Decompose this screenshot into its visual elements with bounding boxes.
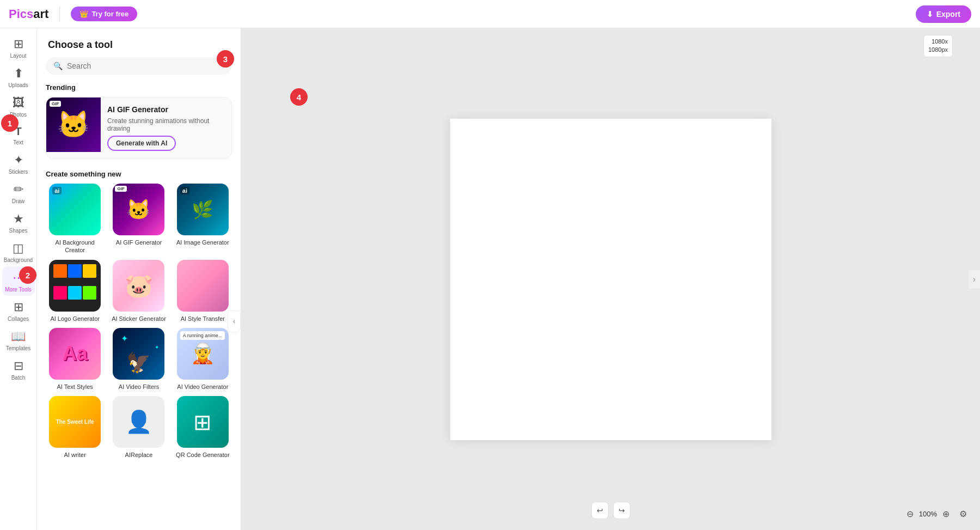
topbar-right: ⬇ Export bbox=[916, 5, 971, 23]
stickers-icon: ✦ bbox=[14, 153, 23, 167]
tool-thumb-ai-writer: The Sweet Life bbox=[49, 396, 101, 448]
writer-text: The Sweet Life bbox=[56, 419, 94, 425]
logo-cell bbox=[68, 286, 82, 300]
trending-card[interactable]: GIF 🐱 AI GIF Generator Create stunning a… bbox=[46, 97, 232, 159]
sidebar-item-uploads[interactable]: ⬆ Uploads bbox=[2, 62, 35, 92]
sparkle-icon2: ✦ bbox=[155, 344, 159, 350]
create-section-title: Create something new bbox=[46, 170, 232, 178]
right-nav-arrow[interactable]: › bbox=[969, 270, 980, 289]
gen-ai-label: Generate with AI bbox=[116, 139, 167, 147]
logo-cell bbox=[83, 286, 96, 300]
tool-ai-video-filter[interactable]: ✦ ✦ 🦅 AI Video Filters bbox=[109, 328, 168, 391]
generate-ai-button[interactable]: Generate with AI bbox=[107, 136, 176, 151]
bird-icon: 🦅 bbox=[126, 351, 151, 374]
tool-ai-logo[interactable]: AI Logo Generator bbox=[46, 260, 104, 322]
style-preview bbox=[177, 260, 229, 312]
sidebar-item-templates[interactable]: 📖 Templates bbox=[2, 325, 35, 355]
tool-thumb-ai-text: Aa bbox=[49, 328, 101, 380]
sidebar-item-label: Collages bbox=[8, 316, 29, 322]
canvas-bottom-bar: ↩ ↪ bbox=[591, 502, 630, 519]
canvas-area: 4 1080x 1080px ↩ ↪ ⊖ 100% ⊕ ⚙ › bbox=[241, 28, 980, 530]
collages-icon: ⊞ bbox=[14, 300, 23, 314]
trending-card-title: AI GIF Generator bbox=[107, 105, 225, 114]
tool-panel-scroll: Trending GIF 🐱 AI GIF Generator Create s… bbox=[37, 83, 241, 530]
sidebar-item-stickers[interactable]: ✦ Stickers bbox=[2, 149, 35, 178]
tool-label-ai-logo: AI Logo Generator bbox=[50, 315, 100, 322]
sidebar-item-shapes[interactable]: ★ Shapes bbox=[2, 208, 35, 237]
sidebar-icons: 1 ⊞ Layout ⬆ Uploads 🖼 Photos T Text ✦ S… bbox=[0, 28, 37, 530]
zoom-bar: ⊖ 100% ⊕ ⚙ bbox=[904, 507, 969, 521]
tool-label-ai-replace: AIReplace bbox=[125, 451, 153, 459]
sidebar-item-layout[interactable]: ⊞ Layout bbox=[2, 33, 35, 62]
step-badge-3: 3 bbox=[217, 50, 234, 68]
sidebar-item-label: More Tools bbox=[5, 287, 32, 293]
sidebar-item-background[interactable]: ◫ Background bbox=[2, 237, 35, 266]
qr-preview: ⊞ bbox=[177, 396, 229, 448]
replace-preview: 👤 bbox=[113, 396, 164, 448]
tool-ai-replace[interactable]: 👤 AIReplace bbox=[109, 396, 168, 459]
canvas-size-label: 1080x 1080px bbox=[923, 35, 953, 57]
shapes-icon: ★ bbox=[13, 212, 24, 226]
tool-label-ai-bg-creator: AI Background Creator bbox=[46, 239, 104, 254]
tool-label-ai-writer: AI writer bbox=[64, 451, 85, 459]
video-filter-preview: ✦ ✦ 🦅 bbox=[113, 328, 164, 380]
search-bar[interactable]: 🔍 bbox=[46, 57, 232, 75]
text-style-display: Aa bbox=[63, 328, 88, 380]
qr-icon: ⊞ bbox=[193, 410, 212, 435]
export-button[interactable]: ⬇ Export bbox=[916, 5, 971, 23]
gif-badge: GIF bbox=[50, 101, 61, 107]
export-label: Export bbox=[936, 10, 960, 19]
person-icon: 👤 bbox=[125, 409, 152, 435]
tool-ai-bg-creator[interactable]: ai AI Background Creator bbox=[46, 184, 104, 254]
topbar-left: Picsart 👑 Try for free bbox=[9, 7, 137, 22]
tool-label-ai-video-gen: AI Video Generator bbox=[177, 383, 228, 391]
trending-section-title: Trending bbox=[46, 83, 232, 92]
tool-qr-code[interactable]: ⊞ QR Code Generator bbox=[174, 396, 232, 459]
tool-ai-gif[interactable]: 🐱 GIF AI GIF Generator bbox=[109, 184, 168, 254]
panel-collapse-arrow[interactable]: ‹ bbox=[228, 310, 241, 332]
tool-thumb-ai-video-filter: ✦ ✦ 🦅 bbox=[113, 328, 164, 380]
zoom-out-button[interactable]: ⊖ bbox=[904, 507, 916, 521]
search-input[interactable] bbox=[67, 62, 224, 70]
tool-thumb-qr-code: ⊞ bbox=[177, 396, 229, 448]
tool-ai-style[interactable]: AI Style Transfer bbox=[174, 260, 232, 322]
logo-grid bbox=[49, 260, 101, 312]
settings-button[interactable]: ⚙ bbox=[957, 507, 969, 521]
sidebar-item-label: Uploads bbox=[8, 82, 28, 88]
ai-label-img: ai bbox=[180, 187, 189, 194]
step-badge-2: 2 bbox=[19, 266, 36, 284]
tool-ai-video-gen[interactable]: A running anime... 🧝 AI Video Generator bbox=[174, 328, 232, 391]
zoom-in-button[interactable]: ⊕ bbox=[940, 507, 952, 521]
tool-label-ai-sticker: AI Sticker Generator bbox=[112, 315, 166, 322]
vg-caption: A running anime... bbox=[180, 331, 225, 340]
background-icon: ◫ bbox=[13, 241, 24, 255]
writer-preview: The Sweet Life bbox=[49, 396, 101, 448]
right-arrow-button[interactable]: › bbox=[969, 270, 980, 289]
sidebar-item-collages[interactable]: ⊞ Collages bbox=[2, 296, 35, 325]
logo-divider bbox=[59, 7, 60, 22]
download-icon: ⬇ bbox=[927, 10, 933, 19]
tool-ai-writer[interactable]: The Sweet Life AI writer bbox=[46, 396, 104, 459]
undo-button[interactable]: ↩ bbox=[591, 502, 609, 519]
canvas[interactable] bbox=[450, 119, 771, 440]
sidebar-item-batch[interactable]: ⊟ Batch bbox=[2, 355, 35, 384]
redo-button[interactable]: ↪ bbox=[613, 502, 630, 519]
img-gen-preview: ai 🌿 bbox=[177, 184, 229, 235]
ai-label: ai bbox=[52, 187, 62, 194]
logo-cell bbox=[53, 286, 67, 300]
sidebar-item-draw[interactable]: ✏ Draw bbox=[2, 178, 35, 208]
templates-icon: 📖 bbox=[11, 330, 26, 344]
canvas-size-text: 1080x 1080px bbox=[928, 38, 948, 54]
main-layout: 1 ⊞ Layout ⬆ Uploads 🖼 Photos T Text ✦ S… bbox=[0, 28, 980, 530]
sidebar-item-label: Templates bbox=[6, 345, 31, 351]
sidebar-item-label: Stickers bbox=[9, 169, 28, 175]
try-free-button[interactable]: 👑 Try for free bbox=[71, 7, 137, 21]
tool-thumb-ai-bg-creator: ai bbox=[49, 184, 101, 235]
tool-thumb-ai-video-gen: A running anime... 🧝 bbox=[177, 328, 229, 380]
tool-ai-image[interactable]: ai 🌿 AI Image Generator bbox=[174, 184, 232, 254]
tool-ai-text[interactable]: Aa AI Text Styles bbox=[46, 328, 104, 391]
tool-ai-sticker[interactable]: 🐷 AI Sticker Generator bbox=[109, 260, 168, 322]
step-badge-1: 1 bbox=[1, 114, 19, 132]
tool-label-ai-image: AI Image Generator bbox=[176, 239, 229, 246]
tool-thumb-ai-sticker: 🐷 bbox=[113, 260, 164, 312]
